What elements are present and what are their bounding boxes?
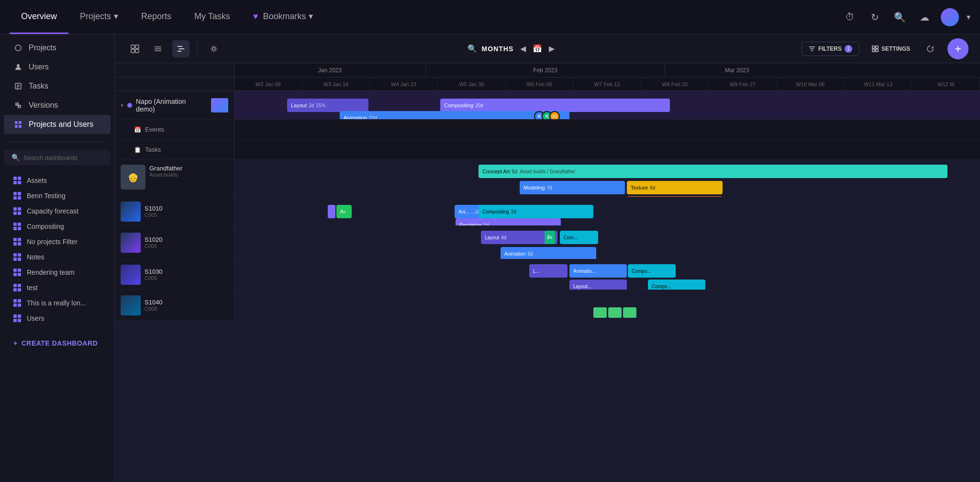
- dashboard-search[interactable]: 🔍 Search dashboards: [4, 150, 111, 165]
- bar-label: Animatio...: [573, 269, 596, 274]
- row-right-s1040: [234, 290, 980, 320]
- row-right-s1030: L... ...0 Animatio... C005 / S1030 Compo…: [234, 259, 980, 290]
- gantt-bar-l1030[interactable]: L... ...0: [529, 264, 568, 278]
- prev-period-button[interactable]: ◀: [518, 42, 528, 55]
- create-dashboard-button[interactable]: + CREATE DASHBOARD: [4, 334, 111, 353]
- gantt-chart[interactable]: Jan 2023 Feb 2023 Mar 2023 W2 Jan 09 W3 …: [115, 63, 980, 482]
- search-icon[interactable]: 🔍: [891, 9, 908, 26]
- bar-label: Compo...: [632, 269, 651, 274]
- bar-label: Com...: [564, 235, 578, 240]
- refresh-button[interactable]: [923, 41, 938, 56]
- row-right-tasks: [234, 140, 980, 159]
- avatar-3: JC: [549, 111, 560, 119]
- tab-my-tasks[interactable]: My Tasks: [183, 0, 242, 34]
- dashboard-capacity-forecast[interactable]: Capacity forecast: [4, 203, 111, 219]
- gantt-bar-rendering1010[interactable]: Rendering 1d C005 / S1010: [456, 218, 561, 225]
- gantt-bar-layout1030b[interactable]: Layout... ... / S1040: [569, 280, 627, 290]
- dashboard-really-long[interactable]: This is a really lon...: [4, 295, 111, 311]
- refresh-icon[interactable]: ↻: [866, 9, 883, 26]
- svg-rect-14: [131, 49, 134, 53]
- expand-button[interactable]: ▾: [121, 102, 123, 109]
- week-w12: W12 M: [912, 78, 980, 90]
- gantt-months: Jan 2023 Feb 2023 Mar 2023: [234, 63, 980, 77]
- tab-overview[interactable]: Overview: [10, 0, 68, 34]
- bar-label: Layout: [291, 102, 307, 108]
- row-right-grandfather: Concept Art 5d Asset builds / Grandfathe…: [234, 160, 980, 197]
- gantt-bar-comp1020[interactable]: Com... ...1020: [560, 231, 598, 244]
- gantt-bar-compositing[interactable]: Compositing 20d: [440, 99, 670, 112]
- svg-rect-9: [19, 121, 22, 124]
- gantt-bar-compo1030b[interactable]: Compo... ... / S1040: [648, 280, 705, 290]
- shot-info-grandfather: Grandfather Asset builds: [149, 165, 182, 178]
- tab-bookmarks[interactable]: ♥ Bookmarks ▾: [242, 0, 325, 34]
- dashboard-notes[interactable]: Notes: [4, 249, 111, 265]
- gantt-bar-layout[interactable]: Layout 2d 25%: [287, 99, 368, 112]
- dashboard-test[interactable]: test: [4, 280, 111, 295]
- notifications-icon[interactable]: ☁: [916, 9, 933, 26]
- row-left-events: 📅 Events: [115, 120, 234, 139]
- sidebar-item-users[interactable]: Users: [4, 57, 111, 77]
- gantt-bar-anim1030[interactable]: Animatio... C005 / S1030: [569, 264, 627, 278]
- sidebar-item-projects-and-users[interactable]: Projects and Users: [4, 115, 111, 134]
- settings-gear-button[interactable]: [205, 40, 223, 57]
- avatar[interactable]: [941, 8, 959, 26]
- row-left-s1020: S1020 C005: [115, 226, 234, 259]
- shot-info-s1030: S1030 C005: [145, 268, 163, 281]
- gantt-bar-comp1010[interactable]: Compositing 3d C005 / S1010: [479, 205, 593, 218]
- gantt-bar-lookdev[interactable]: Lookdev 6d ...t builds / Grandfather: [627, 196, 723, 197]
- search-zoom-icon[interactable]: 🔍: [468, 44, 477, 53]
- tasks-icon: [13, 81, 23, 91]
- view-grid-button[interactable]: [126, 40, 144, 57]
- sidebar-item-tasks[interactable]: Tasks: [4, 77, 111, 96]
- filters-button[interactable]: FILTERS 1: [802, 42, 859, 56]
- dashboard-no-projects-filter[interactable]: No projects Filter: [4, 234, 111, 249]
- tab-reports[interactable]: Reports: [130, 0, 183, 34]
- gantt-bar-animation1020[interactable]: Animation 6d C005 / S1020: [501, 247, 596, 259]
- gantt-bar-a0[interactable]: A 0: [336, 205, 352, 218]
- dashboard-benn-testing[interactable]: Benn Testing: [4, 188, 111, 203]
- gantt-bar-compo1030[interactable]: Compo... ... / S1030: [628, 264, 676, 278]
- sidebar-item-versions[interactable]: Versions: [4, 96, 111, 115]
- dashboard-compositing[interactable]: Compositing: [4, 219, 111, 234]
- gantt-bar-concept-art[interactable]: Concept Art 5d Asset builds / Grandfathe…: [479, 165, 947, 178]
- row-right-napo: Layout 2d 25% Compositing 20d Animation …: [234, 91, 980, 119]
- sidebar-item-projects[interactable]: Projects: [4, 38, 111, 57]
- dashboard-users2[interactable]: Users: [4, 311, 111, 326]
- search-icon: 🔍: [11, 154, 20, 161]
- gantt-row-tasks: 📋 Tasks: [115, 140, 980, 160]
- svg-rect-26: [872, 46, 875, 48]
- sidebar-nav-section: Projects Users: [0, 34, 114, 138]
- sidebar-divider-1: [8, 142, 107, 142]
- row-left-grandfather: Grandfather Asset builds: [115, 160, 234, 197]
- bar-duration: 6d: [527, 251, 533, 257]
- tab-projects[interactable]: Projects ▾: [68, 0, 130, 34]
- dashboard-rendering-team[interactable]: Rendering team: [4, 265, 111, 280]
- bar-label: Animation: [344, 115, 367, 119]
- gantt-bar-texture[interactable]: Texture 8d: [627, 181, 723, 194]
- gantt-settings-button[interactable]: SETTINGS: [865, 43, 917, 55]
- gantt-row-s1020: S1020 C005 Layout 4d C005 / S1020 F0: [115, 226, 980, 259]
- bar-label: Compositing: [482, 209, 509, 214]
- calendar-icon[interactable]: 📅: [533, 44, 542, 53]
- history-icon[interactable]: ⏱: [841, 9, 858, 26]
- toolbar: 🔍 MONTHS ◀ 📅 ▶ FILTERS 1: [115, 34, 980, 63]
- gantt-left-week: [115, 78, 234, 90]
- dashboards-section: Assets Benn Testing Capacity forecast Co…: [0, 169, 114, 330]
- bar-label: Concept Art: [482, 168, 510, 174]
- bar-subtext: Asset builds / Grandfather: [520, 169, 576, 174]
- s1020-thumbnail: [121, 233, 141, 253]
- add-item-button[interactable]: +: [947, 38, 969, 59]
- gantt-left-header: [115, 63, 234, 77]
- dashboard-icon: [13, 177, 21, 184]
- bar-pct: 25%: [316, 103, 325, 108]
- dashboard-assets[interactable]: Assets: [4, 173, 111, 188]
- gantt-bar-modeling[interactable]: Modeling 7d Asset builds / Grandfather: [520, 181, 625, 194]
- svg-rect-7: [19, 106, 21, 108]
- dashboard-icon: [13, 238, 21, 246]
- view-gantt-button[interactable]: [172, 40, 189, 57]
- month-mar: Mar 2023: [665, 63, 809, 77]
- bar-duration: 1d: [483, 223, 489, 226]
- next-period-button[interactable]: ▶: [547, 42, 557, 55]
- bar-duration: 3d: [511, 209, 516, 214]
- view-list-button[interactable]: [149, 40, 167, 57]
